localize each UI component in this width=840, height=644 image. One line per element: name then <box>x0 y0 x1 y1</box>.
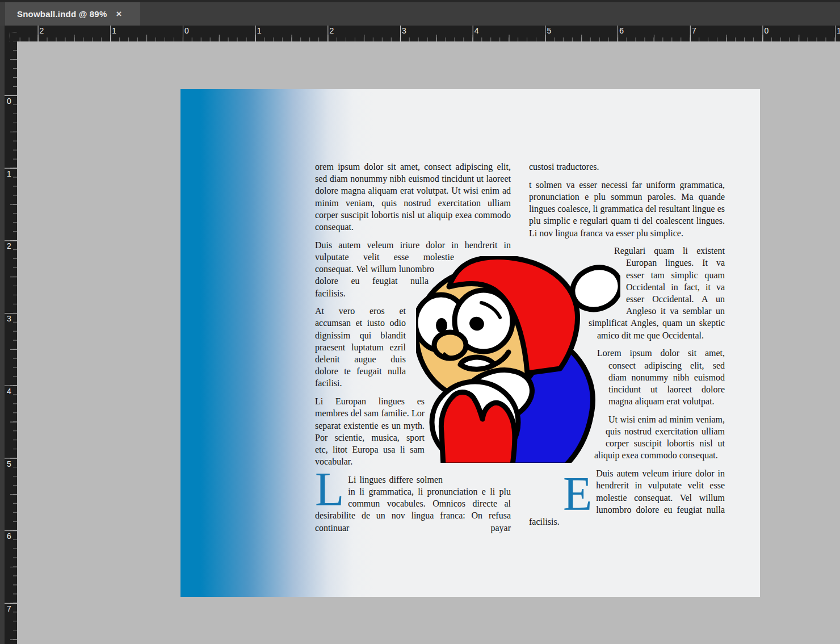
ruler-label: 2 <box>7 241 11 250</box>
ruler-label: 5 <box>7 459 11 469</box>
pasteboard[interactable]: Lorem ipsum dolor sit amet, consect adip… <box>17 41 840 644</box>
ruler-label: 4 <box>7 387 11 396</box>
paragraph-text: orem ipsum dolor sit amet, consect adipi… <box>315 162 511 232</box>
text-wrap-spacer <box>529 475 563 487</box>
body-paragraph: Li lingues differe solmen in li grammati… <box>315 474 511 534</box>
ruler-label: 1 <box>7 169 11 178</box>
ruler-label: 0 <box>184 26 189 35</box>
tab-title: Snowball.indd @ 89% <box>17 9 107 19</box>
document-page[interactable]: Lorem ipsum dolor sit amet, consect adip… <box>180 89 760 597</box>
body-paragraph: Lorem ipsum dolor sit amet, consect adip… <box>315 161 511 233</box>
document-tab[interactable]: Snowball.indd @ 89% × <box>5 2 140 26</box>
ruler-label: 7 <box>7 604 11 613</box>
indesign-window: Snowball.indd @ 89% × 210123456701 01234… <box>0 0 840 644</box>
drop-cap: E <box>563 476 592 512</box>
close-icon[interactable]: × <box>116 9 121 19</box>
paragraph-text: Li Europan lingues es membres del sam fa… <box>315 396 425 466</box>
horizontal-ruler[interactable]: 210123456701 <box>17 26 840 41</box>
ruler-label: 2 <box>40 26 44 35</box>
paragraph-text: Li lingues differe solmen in li grammati… <box>315 475 511 533</box>
ruler-label: 2 <box>329 26 334 35</box>
body-paragraph: custosi traductores. <box>529 161 725 173</box>
paragraph-text: t solmen va esser necessi far uniform gr… <box>529 180 725 238</box>
ruler-label: 0 <box>7 97 11 106</box>
ruler-label: 3 <box>402 26 406 35</box>
ruler-label: 1 <box>837 26 840 35</box>
mouth <box>460 357 494 369</box>
ruler-origin-crosshair <box>10 32 17 41</box>
ruler-label: 3 <box>7 314 11 323</box>
snowball-character-illustration[interactable] <box>416 256 620 463</box>
document-tab-bar: Snowball.indd @ 89% × <box>0 2 840 26</box>
vertical-ruler[interactable]: 01234567 <box>5 41 17 644</box>
text-wrap-spacer <box>443 470 511 482</box>
ruler-label: 0 <box>765 26 769 35</box>
ruler-origin-box[interactable] <box>5 26 17 41</box>
ruler-label: 6 <box>619 26 624 35</box>
paragraph-text: custosi traductores. <box>529 162 599 172</box>
ruler-label: 4 <box>474 26 479 35</box>
ruler-label: 6 <box>7 532 11 541</box>
drop-cap: L <box>315 472 344 507</box>
ruler-label: 5 <box>547 26 552 35</box>
ruler-label: 7 <box>692 26 696 35</box>
ruler-label: 1 <box>112 26 116 35</box>
ruler-label: 1 <box>257 26 262 35</box>
body-paragraph: Et solmen va esser necessi far uniform g… <box>529 179 725 239</box>
panel-edge-strip <box>0 26 5 644</box>
paragraph-text: At vero eros et accumsan et iusto odio d… <box>315 306 406 388</box>
nose <box>434 332 466 358</box>
